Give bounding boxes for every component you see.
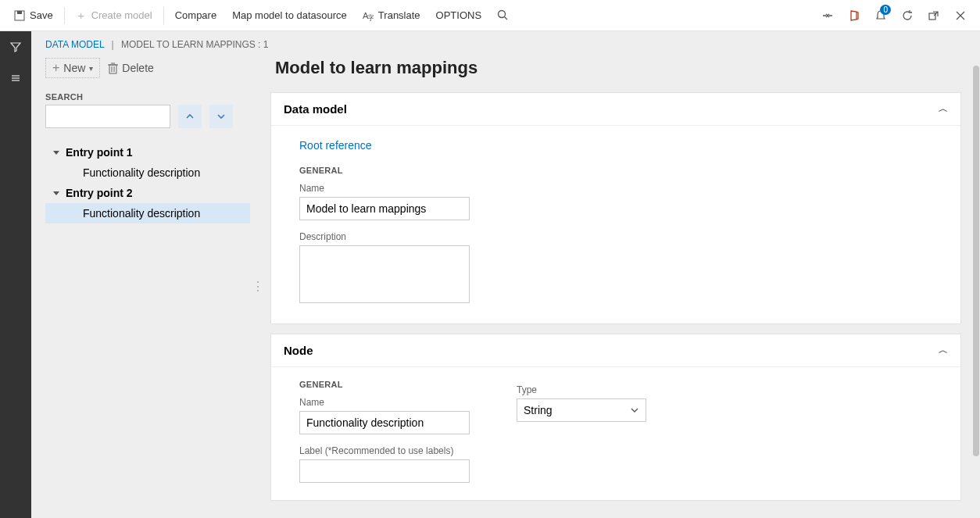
delete-button[interactable]: Delete	[108, 62, 153, 74]
translate-button[interactable]: A字 Translate	[355, 0, 428, 30]
search-prev-button[interactable]	[178, 105, 202, 128]
options-label: OPTIONS	[436, 9, 482, 21]
toolbar-separator	[64, 7, 65, 24]
plus-icon: +	[52, 61, 59, 75]
top-toolbar: Save + Create model Compare Map model to…	[0, 0, 980, 31]
svg-rect-6	[929, 13, 935, 20]
save-button[interactable]: Save	[6, 0, 61, 30]
tree-node-label: Functionality description	[83, 166, 200, 179]
filter-icon[interactable]	[0, 31, 31, 63]
node-card-header[interactable]: Node ︿	[271, 334, 960, 367]
data-model-card: Data model ︿ Root reference GENERAL Name…	[270, 92, 961, 324]
tree-node-entry2-child[interactable]: Functionality description	[45, 203, 250, 223]
chevron-down-icon	[630, 405, 639, 415]
scrollbar[interactable]	[973, 66, 979, 509]
model-tree: Entry point 1 Functionality description …	[45, 142, 250, 223]
caret-icon	[53, 151, 59, 155]
search-next-button[interactable]	[209, 105, 233, 128]
map-model-button[interactable]: Map model to datasource	[224, 0, 355, 30]
refresh-icon[interactable]	[894, 0, 921, 31]
popout-icon[interactable]	[921, 0, 947, 31]
notification-icon[interactable]: 0	[867, 0, 894, 31]
scrollbar-thumb[interactable]	[973, 66, 979, 456]
svg-line-5	[505, 17, 508, 20]
name-field-label: Name	[299, 183, 945, 194]
tree-node-entry1-child[interactable]: Functionality description	[45, 163, 250, 183]
node-label-input[interactable]	[299, 459, 470, 483]
office-icon[interactable]	[841, 0, 867, 31]
node-type-value: String	[524, 404, 553, 416]
data-model-card-header[interactable]: Data model ︿	[271, 93, 960, 126]
breadcrumb-current: MODEL TO LEARN MAPPINGS : 1	[121, 39, 269, 50]
root-reference-link[interactable]: Root reference	[299, 139, 372, 152]
svg-rect-12	[109, 65, 116, 73]
left-rail	[0, 31, 31, 518]
tree-node-entry2[interactable]: Entry point 2	[45, 183, 250, 203]
compare-label: Compare	[175, 9, 216, 21]
page-title: Model to learn mappings	[270, 55, 961, 92]
card-title: Data model	[284, 102, 347, 116]
name-field-label: Name	[299, 397, 470, 408]
translate-label: Translate	[378, 9, 420, 21]
model-description-input[interactable]	[299, 245, 470, 303]
search-section-label: SEARCH	[45, 92, 250, 102]
chevron-down-icon: ▾	[89, 64, 93, 73]
close-icon[interactable]	[947, 0, 974, 31]
description-field-label: Description	[299, 231, 945, 242]
node-type-select[interactable]: String	[517, 398, 646, 422]
search-icon	[497, 9, 509, 21]
card-title: Node	[284, 344, 313, 357]
save-icon	[14, 10, 25, 21]
model-name-input[interactable]	[299, 197, 470, 220]
breadcrumb-root[interactable]: DATA MODEL	[45, 39, 104, 50]
general-section-label: GENERAL	[299, 380, 470, 389]
chevron-down-icon	[216, 112, 226, 121]
chevron-up-icon: ︿	[939, 102, 948, 116]
type-field-label: Type	[517, 384, 646, 395]
tree-node-label: Entry point 2	[66, 187, 133, 199]
node-card: Node ︿ GENERAL Name Label (*Recommended …	[270, 334, 961, 501]
new-label: New	[63, 62, 85, 74]
general-section-label: GENERAL	[299, 166, 945, 175]
new-button[interactable]: + New ▾	[45, 58, 100, 78]
connector-icon[interactable]	[814, 0, 841, 31]
svg-rect-1	[17, 11, 22, 14]
list-icon[interactable]	[0, 63, 31, 94]
details-panel: Model to learn mappings Data model ︿ Roo…	[266, 55, 980, 518]
caret-icon	[53, 191, 59, 195]
breadcrumb-separator: |	[111, 39, 113, 50]
map-model-label: Map model to datasource	[232, 9, 347, 21]
compare-button[interactable]: Compare	[167, 0, 224, 30]
panel-splitter[interactable]: ⋮	[250, 55, 266, 518]
breadcrumb: DATA MODEL | MODEL TO LEARN MAPPINGS : 1	[31, 31, 980, 55]
save-label: Save	[30, 9, 53, 21]
node-name-input[interactable]	[299, 411, 470, 434]
translate-icon: A字	[363, 10, 374, 21]
label-field-label: Label (*Recommended to use labels)	[299, 445, 470, 456]
plus-icon: +	[76, 10, 87, 21]
trash-icon	[108, 63, 118, 74]
chevron-up-icon: ︿	[939, 344, 948, 357]
options-button[interactable]: OPTIONS	[428, 0, 490, 30]
svg-point-4	[499, 11, 506, 18]
delete-label: Delete	[122, 62, 153, 74]
search-input[interactable]	[45, 105, 170, 128]
toolbar-separator	[163, 7, 164, 24]
create-model-button: + Create model	[68, 0, 160, 30]
left-panel: + New ▾ Delete SEARCH	[31, 55, 250, 518]
svg-text:字: 字	[367, 14, 374, 21]
chevron-up-icon	[185, 112, 195, 121]
tree-node-entry1[interactable]: Entry point 1	[45, 142, 250, 163]
toolbar-search-button[interactable]	[489, 0, 517, 30]
notification-badge: 0	[880, 5, 891, 15]
tree-node-label: Entry point 1	[66, 146, 133, 159]
toolbar-right: 0	[814, 0, 974, 31]
tree-node-label: Functionality description	[83, 207, 200, 220]
create-model-label: Create model	[91, 9, 152, 21]
